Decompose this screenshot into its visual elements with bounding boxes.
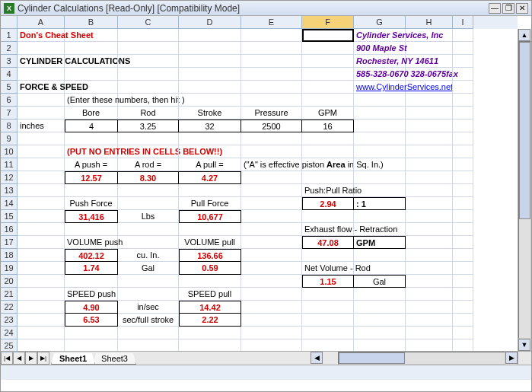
cell-G6[interactable]: [354, 94, 406, 107]
cell-H25[interactable]: [406, 339, 453, 351]
cells-area[interactable]: Don's Cheat Sheet Cylinder Services, Inc…: [18, 29, 518, 351]
cell-G3[interactable]: Rochester, NY 14611: [354, 55, 406, 68]
cell-I1[interactable]: [453, 29, 473, 42]
cell-G9[interactable]: [354, 132, 406, 145]
cell-A7[interactable]: [18, 107, 65, 120]
tab-nav-button[interactable]: ◀: [13, 352, 25, 365]
column-header-H[interactable]: H: [406, 16, 453, 29]
cell-E17[interactable]: [241, 236, 302, 249]
column-header-G[interactable]: G: [354, 16, 406, 29]
cell-G16[interactable]: [354, 223, 406, 236]
sheet-tab-sheet3[interactable]: Sheet3: [93, 353, 136, 365]
cell-F23[interactable]: [302, 314, 354, 327]
cell-C9[interactable]: [118, 132, 179, 145]
cell-C18[interactable]: cu. In.: [118, 249, 179, 262]
cell-E18[interactable]: [241, 249, 302, 262]
cell-I15[interactable]: [453, 210, 473, 223]
cell-B7[interactable]: Bore: [65, 107, 118, 120]
cell-D13[interactable]: [179, 184, 241, 197]
scroll-down-arrow[interactable]: ▼: [518, 339, 530, 351]
cell-C1[interactable]: [118, 29, 179, 42]
cell-D6[interactable]: [179, 94, 241, 107]
cell-H11[interactable]: [406, 158, 453, 171]
cell-B22[interactable]: 4.90: [65, 301, 118, 314]
cell-E23[interactable]: [241, 314, 302, 327]
cell-C14[interactable]: [118, 197, 179, 210]
cell-C22[interactable]: in/sec: [118, 301, 179, 314]
cell-F8[interactable]: 16: [302, 120, 354, 132]
cell-D19[interactable]: 0.59: [179, 262, 241, 275]
cell-C13[interactable]: [118, 184, 179, 197]
cell-A24[interactable]: [18, 327, 65, 339]
cell-E1[interactable]: [241, 29, 302, 42]
cell-C24[interactable]: [118, 327, 179, 339]
cell-A6[interactable]: [18, 94, 65, 107]
cell-E15[interactable]: [241, 210, 302, 223]
cell-A1[interactable]: Don's Cheat Sheet: [18, 29, 65, 42]
cell-I10[interactable]: [453, 145, 473, 158]
cell-I24[interactable]: [453, 327, 473, 339]
cell-F10[interactable]: [302, 145, 354, 158]
cell-E25[interactable]: [241, 339, 302, 351]
cell-E2[interactable]: [241, 42, 302, 55]
cell-D15[interactable]: 10,677: [179, 210, 241, 223]
column-header-F[interactable]: F: [302, 16, 354, 29]
cell-F18[interactable]: [302, 249, 354, 262]
cell-F9[interactable]: [302, 132, 354, 145]
cell-D16[interactable]: [179, 223, 241, 236]
cell-C19[interactable]: Gal: [118, 262, 179, 275]
cell-I8[interactable]: [453, 120, 473, 132]
row-header-12[interactable]: 12: [1, 171, 18, 184]
cell-D11[interactable]: A pull =: [179, 158, 241, 171]
cell-D20[interactable]: [179, 275, 241, 288]
cell-C12[interactable]: 8.30: [118, 171, 179, 184]
cell-G22[interactable]: [354, 301, 406, 314]
cell-I20[interactable]: [453, 275, 473, 288]
cell-H17[interactable]: [406, 236, 453, 249]
tab-nav-button[interactable]: ▶|: [37, 352, 49, 365]
cell-G13[interactable]: [354, 184, 406, 197]
cell-B6[interactable]: (Enter these numbers, then hit ): [65, 94, 118, 107]
cell-I11[interactable]: [453, 158, 473, 171]
column-header-D[interactable]: D: [179, 16, 241, 29]
cell-E21[interactable]: [241, 288, 302, 301]
tab-nav-button[interactable]: |◀: [1, 352, 13, 365]
row-header-11[interactable]: 11: [1, 158, 18, 171]
cell-F3[interactable]: [302, 55, 354, 68]
cell-C5[interactable]: [118, 81, 179, 94]
cell-G2[interactable]: 900 Maple St: [354, 42, 406, 55]
row-header-19[interactable]: 19: [1, 262, 18, 275]
cell-I6[interactable]: [453, 94, 473, 107]
cell-A10[interactable]: [18, 145, 65, 158]
cell-H23[interactable]: [406, 314, 453, 327]
cell-H20[interactable]: [406, 275, 453, 288]
cell-B16[interactable]: [65, 223, 118, 236]
cell-F20[interactable]: 1.15: [302, 275, 354, 288]
cell-F19[interactable]: Net Volume - Rod: [302, 262, 354, 275]
cell-A21[interactable]: [18, 288, 65, 301]
cell-I4[interactable]: [453, 68, 473, 81]
cell-E13[interactable]: [241, 184, 302, 197]
cell-B1[interactable]: [65, 29, 118, 42]
scroll-right-arrow[interactable]: ▶: [505, 352, 518, 364]
scroll-up-arrow[interactable]: ▲: [518, 29, 530, 41]
cell-E11[interactable]: ("A" is effective piston Area in Sq. In.…: [241, 158, 302, 171]
cell-I23[interactable]: [453, 314, 473, 327]
cell-B21[interactable]: SPEED push: [65, 288, 118, 301]
cell-H7[interactable]: [406, 107, 453, 120]
cell-E14[interactable]: [241, 197, 302, 210]
scroll-left-arrow[interactable]: ◀: [311, 352, 323, 364]
cell-C25[interactable]: [118, 339, 179, 351]
cell-G8[interactable]: [354, 120, 406, 132]
cell-I13[interactable]: [453, 184, 473, 197]
cell-F17[interactable]: 47.08: [302, 236, 354, 249]
row-header-25[interactable]: 25: [1, 339, 18, 352]
cell-G5[interactable]: www.CylinderServices.net: [354, 81, 406, 94]
cell-B10[interactable]: (PUT NO ENTRIES IN CELLS BELOW!!): [65, 145, 118, 158]
cell-B15[interactable]: 31,416: [65, 210, 118, 223]
cell-I22[interactable]: [453, 301, 473, 314]
cell-A16[interactable]: [18, 223, 65, 236]
cell-C7[interactable]: Rod: [118, 107, 179, 120]
cell-D8[interactable]: 32: [179, 120, 241, 132]
cell-F14[interactable]: 2.94: [302, 197, 354, 210]
